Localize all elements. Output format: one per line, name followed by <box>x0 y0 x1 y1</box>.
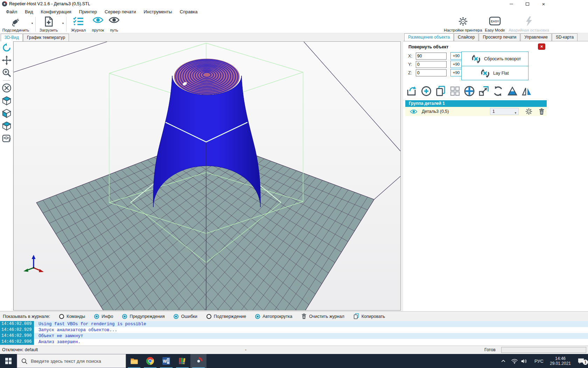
viewport-3d[interactable] <box>13 41 401 311</box>
language-indicator[interactable]: РУС <box>531 359 547 364</box>
top-view-button[interactable] <box>0 120 13 132</box>
tab-3d-view[interactable]: 3D-Вид <box>1 34 23 42</box>
log-output[interactable]: 14:46:02.089Using fast VBOs for renderin… <box>0 321 588 346</box>
object-count-dropdown[interactable]: 1 ▼ <box>490 108 519 115</box>
rotate-object-button[interactable] <box>492 85 504 97</box>
repetier-icon <box>194 357 203 366</box>
plus90-button[interactable]: +90 <box>450 69 462 76</box>
right-tabs: Размещение объектаСлайсерПросмотр печати… <box>404 33 578 41</box>
taskbar-repetier-button[interactable] <box>190 354 206 368</box>
pan-view-button[interactable] <box>0 54 13 67</box>
axis-label: Y: <box>408 62 416 67</box>
taskbar-search-input[interactable]: Введите здесь текст для поиска <box>17 354 126 368</box>
load-dropdown[interactable]: ▾ <box>61 22 65 25</box>
log-toggle-0[interactable]: Команды <box>59 314 85 319</box>
load-button[interactable]: Загрузить <box>37 16 60 33</box>
log-timestamp: 14:46:02.990 <box>0 333 34 339</box>
easy-mode-button[interactable]: EASY Easy Mode <box>482 16 507 33</box>
taskbar-clock[interactable]: 14:46 29.01.2021 <box>547 356 574 366</box>
panel-close-button[interactable]: × <box>538 44 545 49</box>
mirror-object-button[interactable] <box>521 85 533 97</box>
menu-item-1[interactable]: Вид <box>21 8 37 15</box>
scale-object-button[interactable] <box>478 85 490 97</box>
lay-flat-button[interactable]: Lay Flat <box>461 66 528 80</box>
clear-log-button[interactable]: Очистить журнал <box>301 313 344 319</box>
log-toggle-2[interactable]: Предупреждения <box>122 314 164 319</box>
scene-3d <box>14 42 400 310</box>
add-object-button[interactable] <box>420 85 432 97</box>
log-message: Анализ завершен. <box>34 340 80 345</box>
export-object-button[interactable] <box>406 85 418 97</box>
center-object-button[interactable] <box>463 85 475 97</box>
axis-input[interactable] <box>416 61 447 68</box>
toggle-log-button[interactable]: Журнал <box>69 16 88 33</box>
object-delete-trash-icon[interactable] <box>539 108 545 115</box>
menu-item-5[interactable]: Инструменты <box>140 8 176 15</box>
axis-input[interactable] <box>416 53 447 60</box>
taskbar-chrome-button[interactable] <box>142 354 158 368</box>
printer-settings-button[interactable]: Настройки принтера <box>440 16 486 33</box>
app-logo-icon <box>2 1 7 7</box>
tray-chevron-button[interactable] <box>500 358 511 364</box>
copy-log-button[interactable]: Копировать <box>354 313 385 319</box>
drop-object-button[interactable] <box>506 85 518 97</box>
emergency-stop-button: Аварийная остановка <box>508 16 550 33</box>
center-object-icon <box>464 86 475 97</box>
chevron-up-icon <box>500 358 506 364</box>
show-travel-button[interactable]: путь <box>107 16 121 33</box>
object-view-button[interactable] <box>0 132 13 145</box>
menu-item-6[interactable]: Справка <box>176 8 202 15</box>
radio-off-icon <box>206 314 211 319</box>
right-tab-2[interactable]: Просмотр печати <box>479 33 520 41</box>
taskbar-explorer-button[interactable] <box>126 354 142 368</box>
log-toggle-5[interactable]: Автопрокрутка <box>255 314 292 319</box>
log-toggle-4[interactable]: Подтверждение <box>206 314 246 319</box>
menu-item-2[interactable]: Конфигурация <box>37 8 75 15</box>
reset-rotation-button[interactable]: Сбросить поворот <box>461 52 528 66</box>
log-toggle-label: Подтверждение <box>214 314 246 319</box>
radio-on-icon <box>255 314 260 319</box>
menu-item-3[interactable]: Принтер <box>75 8 101 15</box>
object-row[interactable]: Деталь3 (0,5) 1 ▼ <box>405 107 547 116</box>
rotate-view-button[interactable] <box>0 41 13 54</box>
object-visible-eye-icon[interactable] <box>410 109 417 114</box>
view-tool-strip <box>0 41 13 311</box>
taskbar-books-button[interactable] <box>174 354 190 368</box>
tray-volume-button[interactable] <box>521 358 531 364</box>
copy-object-button[interactable] <box>435 85 447 97</box>
clock-date: 29.01.2021 <box>547 361 574 366</box>
isometric-view-button[interactable] <box>0 94 13 107</box>
right-tab-3[interactable]: Управление <box>520 33 552 41</box>
system-tray: РУС 14:46 29.01.2021 1 <box>500 354 588 368</box>
show-filament-button[interactable]: пруток <box>89 16 107 33</box>
copy-object-icon <box>435 86 446 96</box>
maximize-icon <box>526 2 529 6</box>
tab-temperature-graph[interactable]: График температур <box>23 34 69 41</box>
taskbar-word-button[interactable]: W <box>158 354 174 368</box>
connect-dropdown[interactable]: ▾ <box>30 22 34 25</box>
menu-item-0[interactable]: Файл <box>2 8 21 15</box>
object-group-header[interactable]: Группа деталей 1 <box>405 100 547 107</box>
connect-button[interactable]: Подсоединить <box>1 16 30 33</box>
object-settings-gear-icon[interactable] <box>525 108 533 115</box>
notification-center-button[interactable]: 1 <box>574 358 588 364</box>
log-toggle-3[interactable]: Ошибки <box>174 314 197 319</box>
right-tab-4[interactable]: SD-карта <box>552 33 578 41</box>
plus90-button[interactable]: +90 <box>450 52 462 60</box>
log-toggle-1[interactable]: Инфо <box>94 314 113 319</box>
plus90-button[interactable]: +90 <box>450 61 462 68</box>
front-view-button[interactable] <box>0 107 13 120</box>
object-view-icon <box>2 134 12 143</box>
maximize-button[interactable] <box>519 0 536 8</box>
minimize-button[interactable] <box>503 0 519 8</box>
right-tab-1[interactable]: Слайсер <box>454 33 478 41</box>
axis-input[interactable] <box>416 69 447 76</box>
right-tab-0[interactable]: Размещение объекта <box>404 33 454 41</box>
start-button[interactable] <box>0 354 17 368</box>
close-button[interactable]: × <box>536 0 552 8</box>
menu-item-4[interactable]: Сервер печати <box>101 8 140 15</box>
fit-view-button[interactable] <box>0 82 13 94</box>
log-timestamp: 14:46:02.929 <box>0 327 34 333</box>
tray-wifi-button[interactable] <box>511 358 521 364</box>
zoom-view-button[interactable] <box>0 67 13 79</box>
